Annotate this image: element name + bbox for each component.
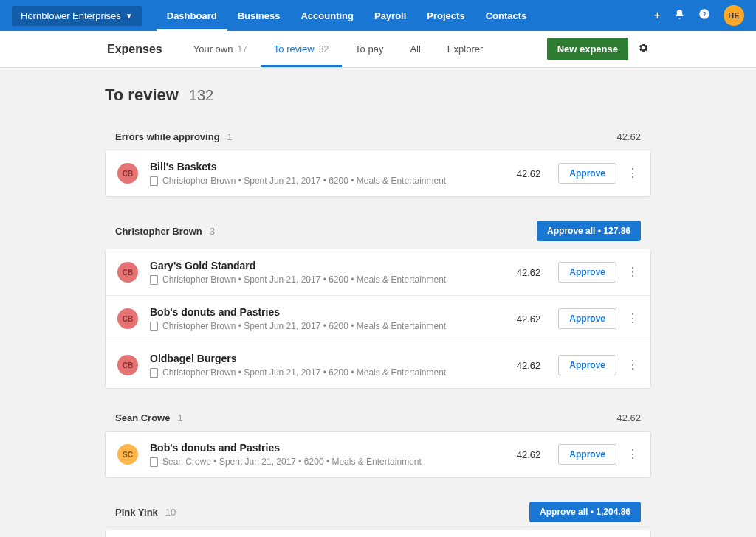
expense-row[interactable]: PYArrowhead KitchenPink Yink • Spent Jun… (106, 530, 650, 537)
document-icon (150, 275, 158, 285)
expense-meta: Christopher Brown • Spent Jun 21, 2017 •… (150, 321, 504, 331)
tab-to-pay[interactable]: To pay (342, 31, 396, 67)
submitter-avatar: CB (117, 262, 138, 283)
expense-row[interactable]: CBBob's donuts and PastriesChristopher B… (106, 296, 650, 342)
bell-icon[interactable] (674, 9, 685, 23)
expense-meta: Christopher Brown • Spent Jun 21, 2017 •… (150, 274, 504, 285)
org-selector[interactable]: Hornblower Enterprises ▼ (12, 6, 142, 26)
group-count: 10 (165, 507, 176, 518)
expense-title: Bill's Baskets (150, 161, 504, 173)
expense-main: Oldbagel BurgersChristopher Brown • Spen… (150, 353, 504, 378)
group-header: Christopher Brown3Approve all • 127.86 (105, 212, 651, 249)
tab-count: 32 (319, 44, 329, 55)
expense-amount: 42.62 (504, 168, 540, 179)
new-expense-button[interactable]: New expense (547, 38, 628, 60)
expense-row[interactable]: CBGary's Gold StandardChristopher Brown … (106, 249, 650, 296)
group-count: 3 (210, 226, 215, 237)
expense-main: Bill's BasketsChristopher Brown • Spent … (150, 161, 504, 186)
nav-projects[interactable]: Projects (416, 1, 475, 30)
group-name: Sean Crowe (115, 412, 170, 423)
expense-title: Gary's Gold Standard (150, 260, 504, 271)
tab-label: All (410, 44, 420, 55)
approve-button[interactable]: Approve (558, 262, 616, 283)
submitter-avatar: CB (117, 163, 138, 184)
topbar: Hornblower Enterprises ▼ DashboardBusine… (0, 0, 756, 31)
approve-button[interactable]: Approve (558, 308, 616, 329)
nav-accounting[interactable]: Accounting (290, 1, 364, 30)
approve-button[interactable]: Approve (558, 444, 616, 465)
org-name: Hornblower Enterprises (21, 10, 121, 21)
kebab-icon[interactable]: ⋮ (627, 359, 639, 371)
approve-button[interactable]: Approve (558, 355, 616, 375)
expense-meta: Christopher Brown • Spent Jun 21, 2017 •… (150, 367, 504, 378)
tab-label: To pay (355, 44, 383, 55)
kebab-icon[interactable]: ⋮ (627, 167, 639, 179)
svg-text:?: ? (702, 10, 707, 18)
group-card: CBBill's BasketsChristopher Brown • Spen… (105, 150, 651, 197)
document-icon (150, 322, 158, 331)
plus-icon[interactable]: + (654, 9, 661, 22)
kebab-icon[interactable]: ⋮ (627, 448, 639, 460)
expense-main: Gary's Gold StandardChristopher Brown • … (150, 260, 504, 285)
expense-amount: 42.62 (504, 313, 540, 325)
tab-explorer[interactable]: Explorer (434, 31, 496, 67)
expense-amount: 42.62 (504, 449, 540, 460)
group-count: 1 (177, 412, 182, 423)
expense-amount: 42.62 (504, 360, 540, 371)
approve-all-button[interactable]: Approve all • 1,204.86 (529, 502, 641, 522)
group-header: Sean Crowe142.62 (105, 403, 651, 431)
sub-header: Expenses (107, 43, 162, 56)
chevron-down-icon: ▼ (126, 12, 133, 20)
approve-all-button[interactable]: Approve all • 127.86 (537, 221, 641, 241)
group-header: Pink Yink10Approve all • 1,204.86 (105, 493, 651, 530)
tab-your-own[interactable]: Your own17 (180, 31, 261, 67)
nav-contacts[interactable]: Contacts (475, 1, 537, 30)
topbar-right: + ? HE (654, 5, 744, 26)
group-name: Errors while approving (115, 131, 220, 142)
expense-meta: Christopher Brown • Spent Jun 21, 2017 •… (150, 176, 504, 186)
subbar-right: New expense (547, 38, 756, 60)
group-card: SCBob's donuts and PastriesSean Crowe • … (105, 431, 651, 478)
page-title-count: 132 (189, 87, 213, 104)
help-icon[interactable]: ? (698, 8, 710, 23)
tab-label: Your own (193, 44, 233, 55)
tab-label: Explorer (447, 44, 483, 55)
submitter-avatar: CB (117, 355, 138, 375)
page-title-text: To review (105, 86, 179, 105)
page-title: To review 132 (105, 86, 651, 105)
user-avatar[interactable]: HE (724, 5, 744, 26)
expense-amount: 42.62 (504, 267, 540, 278)
main-nav: DashboardBusinessAccountingPayrollProjec… (157, 1, 537, 30)
gear-icon[interactable] (637, 42, 649, 57)
group-name: Pink Yink (115, 507, 158, 518)
nav-dashboard[interactable]: Dashboard (157, 1, 227, 30)
group-total: 42.62 (616, 412, 641, 423)
tab-label: To review (274, 44, 315, 55)
group-card: CBGary's Gold StandardChristopher Brown … (105, 249, 651, 389)
tab-to-review[interactable]: To review32 (261, 31, 342, 67)
kebab-icon[interactable]: ⋮ (627, 313, 639, 325)
tab-all[interactable]: All (396, 31, 433, 67)
expense-row[interactable]: CBBill's BasketsChristopher Brown • Spen… (106, 150, 650, 196)
expense-title: Oldbagel Burgers (150, 353, 504, 364)
subbar: Expenses Your own17To review32To payAllE… (0, 31, 756, 68)
content: To review 132 Errors while approving142.… (105, 68, 651, 537)
nav-business[interactable]: Business (227, 1, 291, 30)
approve-button[interactable]: Approve (558, 163, 616, 184)
group-card: PYArrowhead KitchenPink Yink • Spent Jun… (105, 530, 651, 537)
expense-main: Bob's donuts and PastriesChristopher Bro… (150, 306, 504, 331)
submitter-avatar: CB (117, 308, 138, 329)
document-icon (150, 368, 158, 378)
nav-payroll[interactable]: Payroll (364, 1, 416, 30)
group-name: Christopher Brown (115, 226, 202, 237)
group-count: 1 (227, 131, 233, 142)
kebab-icon[interactable]: ⋮ (627, 266, 639, 278)
tab-count: 17 (237, 44, 247, 55)
tabs: Your own17To review32To payAllExplorer (180, 31, 497, 67)
expense-row[interactable]: SCBob's donuts and PastriesSean Crowe • … (106, 432, 650, 477)
expense-meta: Sean Crowe • Spent Jun 21, 2017 • 6200 •… (150, 457, 504, 467)
expense-row[interactable]: CBOldbagel BurgersChristopher Brown • Sp… (106, 342, 650, 388)
document-icon (150, 176, 158, 186)
expense-main: Bob's donuts and PastriesSean Crowe • Sp… (150, 442, 504, 467)
document-icon (150, 457, 158, 467)
